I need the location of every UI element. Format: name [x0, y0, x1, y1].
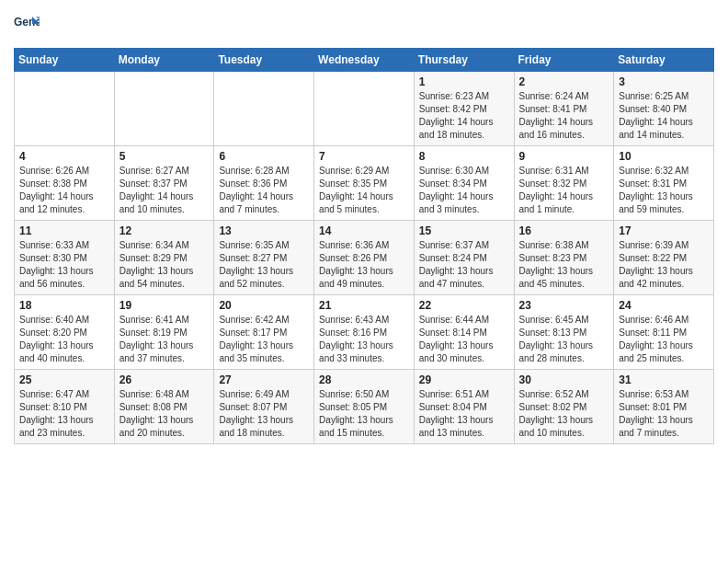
day-number: 8	[419, 150, 509, 163]
day-number: 15	[419, 224, 509, 237]
calendar-week-row: 11Sunrise: 6:33 AM Sunset: 8:30 PM Dayli…	[15, 221, 714, 295]
calendar-cell: 10Sunrise: 6:32 AM Sunset: 8:31 PM Dayli…	[614, 146, 714, 221]
day-number: 5	[119, 150, 210, 163]
day-info: Sunrise: 6:31 AM Sunset: 8:32 PM Dayligh…	[519, 165, 609, 216]
calendar-cell	[314, 72, 415, 146]
day-info: Sunrise: 6:46 AM Sunset: 8:11 PM Dayligh…	[619, 314, 709, 365]
day-info: Sunrise: 6:27 AM Sunset: 8:37 PM Dayligh…	[119, 165, 210, 216]
day-number: 18	[19, 299, 109, 312]
weekday-header-saturday: Saturday	[614, 49, 714, 72]
day-number: 27	[219, 373, 309, 386]
calendar-cell: 9Sunrise: 6:31 AM Sunset: 8:32 PM Daylig…	[514, 146, 614, 221]
day-number: 10	[619, 150, 709, 163]
day-number: 13	[219, 224, 309, 237]
day-info: Sunrise: 6:49 AM Sunset: 8:07 PM Dayligh…	[219, 388, 309, 440]
logo: General	[14, 15, 43, 40]
weekday-header-wednesday: Wednesday	[314, 49, 415, 72]
calendar-cell: 29Sunrise: 6:51 AM Sunset: 8:04 PM Dayli…	[414, 370, 514, 444]
weekday-header-friday: Friday	[514, 49, 614, 72]
calendar-cell: 23Sunrise: 6:45 AM Sunset: 8:13 PM Dayli…	[514, 295, 614, 370]
day-info: Sunrise: 6:48 AM Sunset: 8:08 PM Dayligh…	[119, 388, 210, 440]
day-number: 16	[519, 224, 609, 237]
calendar-cell	[114, 72, 214, 146]
day-info: Sunrise: 6:30 AM Sunset: 8:34 PM Dayligh…	[419, 165, 509, 216]
calendar-cell: 24Sunrise: 6:46 AM Sunset: 8:11 PM Dayli…	[614, 295, 714, 370]
weekday-header-tuesday: Tuesday	[214, 49, 314, 72]
calendar-week-row: 1Sunrise: 6:23 AM Sunset: 8:42 PM Daylig…	[15, 72, 714, 146]
calendar-cell: 22Sunrise: 6:44 AM Sunset: 8:14 PM Dayli…	[414, 295, 514, 370]
calendar-cell: 4Sunrise: 6:26 AM Sunset: 8:38 PM Daylig…	[15, 146, 115, 221]
logo-icon: General	[14, 13, 40, 39]
day-info: Sunrise: 6:29 AM Sunset: 8:35 PM Dayligh…	[319, 165, 409, 216]
calendar-cell: 12Sunrise: 6:34 AM Sunset: 8:29 PM Dayli…	[114, 221, 214, 295]
weekday-header-monday: Monday	[114, 49, 214, 72]
day-number: 9	[519, 150, 609, 163]
day-info: Sunrise: 6:34 AM Sunset: 8:29 PM Dayligh…	[119, 239, 210, 291]
day-info: Sunrise: 6:35 AM Sunset: 8:27 PM Dayligh…	[219, 239, 309, 291]
calendar-cell: 17Sunrise: 6:39 AM Sunset: 8:22 PM Dayli…	[614, 221, 714, 295]
calendar-cell: 15Sunrise: 6:37 AM Sunset: 8:24 PM Dayli…	[414, 221, 514, 295]
calendar-cell: 20Sunrise: 6:42 AM Sunset: 8:17 PM Dayli…	[214, 295, 314, 370]
day-info: Sunrise: 6:25 AM Sunset: 8:40 PM Dayligh…	[619, 90, 709, 142]
day-info: Sunrise: 6:26 AM Sunset: 8:38 PM Dayligh…	[19, 165, 109, 216]
calendar-cell	[214, 72, 314, 146]
day-info: Sunrise: 6:47 AM Sunset: 8:10 PM Dayligh…	[19, 388, 109, 440]
calendar-cell: 18Sunrise: 6:40 AM Sunset: 8:20 PM Dayli…	[15, 295, 115, 370]
day-number: 14	[319, 224, 409, 237]
day-number: 17	[619, 224, 709, 237]
calendar-cell: 26Sunrise: 6:48 AM Sunset: 8:08 PM Dayli…	[114, 370, 214, 444]
day-number: 20	[219, 299, 309, 312]
day-info: Sunrise: 6:36 AM Sunset: 8:26 PM Dayligh…	[319, 239, 409, 291]
day-info: Sunrise: 6:33 AM Sunset: 8:30 PM Dayligh…	[19, 239, 109, 291]
calendar-cell: 7Sunrise: 6:29 AM Sunset: 8:35 PM Daylig…	[314, 146, 415, 221]
calendar-table: SundayMondayTuesdayWednesdayThursdayFrid…	[14, 48, 714, 444]
calendar-cell: 5Sunrise: 6:27 AM Sunset: 8:37 PM Daylig…	[114, 146, 214, 221]
day-info: Sunrise: 6:40 AM Sunset: 8:20 PM Dayligh…	[19, 314, 109, 365]
day-info: Sunrise: 6:37 AM Sunset: 8:24 PM Dayligh…	[419, 239, 509, 291]
day-number: 7	[319, 150, 409, 163]
day-number: 6	[219, 150, 309, 163]
calendar-cell: 30Sunrise: 6:52 AM Sunset: 8:02 PM Dayli…	[514, 370, 614, 444]
calendar-cell: 16Sunrise: 6:38 AM Sunset: 8:23 PM Dayli…	[514, 221, 614, 295]
day-info: Sunrise: 6:32 AM Sunset: 8:31 PM Dayligh…	[619, 165, 709, 216]
calendar-week-row: 18Sunrise: 6:40 AM Sunset: 8:20 PM Dayli…	[15, 295, 714, 370]
day-info: Sunrise: 6:50 AM Sunset: 8:05 PM Dayligh…	[319, 388, 409, 440]
page-header: General	[14, 9, 714, 40]
day-info: Sunrise: 6:41 AM Sunset: 8:19 PM Dayligh…	[119, 314, 210, 365]
calendar-cell: 21Sunrise: 6:43 AM Sunset: 8:16 PM Dayli…	[314, 295, 415, 370]
day-info: Sunrise: 6:24 AM Sunset: 8:41 PM Dayligh…	[519, 90, 609, 142]
day-number: 24	[619, 299, 709, 312]
day-number: 1	[419, 75, 509, 88]
day-info: Sunrise: 6:38 AM Sunset: 8:23 PM Dayligh…	[519, 239, 609, 291]
day-info: Sunrise: 6:23 AM Sunset: 8:42 PM Dayligh…	[419, 90, 509, 142]
day-number: 11	[19, 224, 109, 237]
day-info: Sunrise: 6:28 AM Sunset: 8:36 PM Dayligh…	[219, 165, 309, 216]
calendar-cell: 31Sunrise: 6:53 AM Sunset: 8:01 PM Dayli…	[614, 370, 714, 444]
day-number: 12	[119, 224, 210, 237]
day-number: 21	[319, 299, 409, 312]
calendar-cell: 25Sunrise: 6:47 AM Sunset: 8:10 PM Dayli…	[15, 370, 115, 444]
day-info: Sunrise: 6:51 AM Sunset: 8:04 PM Dayligh…	[419, 388, 509, 440]
day-info: Sunrise: 6:39 AM Sunset: 8:22 PM Dayligh…	[619, 239, 709, 291]
calendar-header: SundayMondayTuesdayWednesdayThursdayFrid…	[15, 49, 714, 72]
day-info: Sunrise: 6:43 AM Sunset: 8:16 PM Dayligh…	[319, 314, 409, 365]
calendar-cell: 28Sunrise: 6:50 AM Sunset: 8:05 PM Dayli…	[314, 370, 415, 444]
calendar-week-row: 25Sunrise: 6:47 AM Sunset: 8:10 PM Dayli…	[15, 370, 714, 444]
calendar-cell: 6Sunrise: 6:28 AM Sunset: 8:36 PM Daylig…	[214, 146, 314, 221]
day-number: 19	[119, 299, 210, 312]
calendar-week-row: 4Sunrise: 6:26 AM Sunset: 8:38 PM Daylig…	[15, 146, 714, 221]
day-info: Sunrise: 6:45 AM Sunset: 8:13 PM Dayligh…	[519, 314, 609, 365]
calendar-cell: 13Sunrise: 6:35 AM Sunset: 8:27 PM Dayli…	[214, 221, 314, 295]
day-info: Sunrise: 6:53 AM Sunset: 8:01 PM Dayligh…	[619, 388, 709, 440]
calendar-cell: 8Sunrise: 6:30 AM Sunset: 8:34 PM Daylig…	[414, 146, 514, 221]
calendar-cell: 2Sunrise: 6:24 AM Sunset: 8:41 PM Daylig…	[514, 72, 614, 146]
day-number: 31	[619, 373, 709, 386]
calendar-cell: 14Sunrise: 6:36 AM Sunset: 8:26 PM Dayli…	[314, 221, 415, 295]
day-number: 22	[419, 299, 509, 312]
day-number: 26	[119, 373, 210, 386]
calendar-cell: 3Sunrise: 6:25 AM Sunset: 8:40 PM Daylig…	[614, 72, 714, 146]
day-info: Sunrise: 6:42 AM Sunset: 8:17 PM Dayligh…	[219, 314, 309, 365]
weekday-header-sunday: Sunday	[15, 49, 115, 72]
day-number: 3	[619, 75, 709, 88]
weekday-header-thursday: Thursday	[414, 49, 514, 72]
